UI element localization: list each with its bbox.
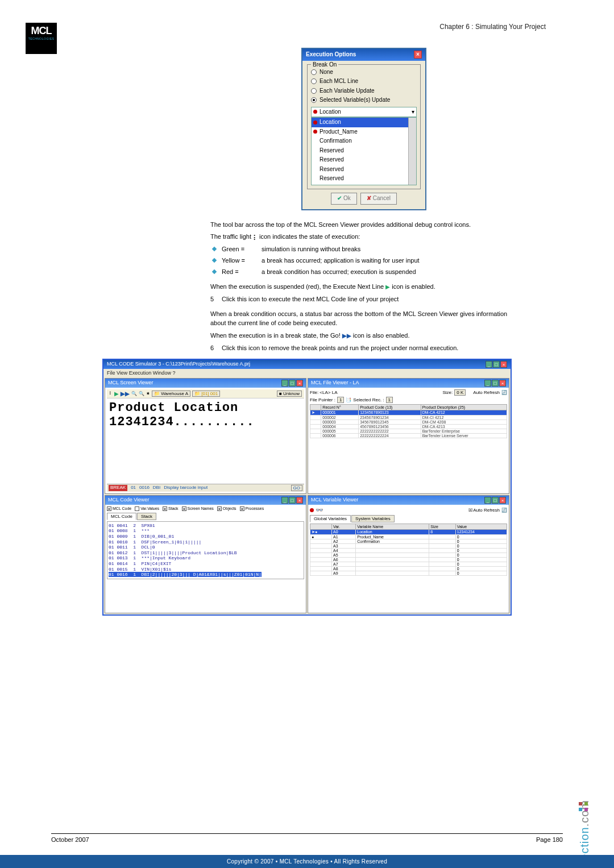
table-row: ➤0000011234567890123DM-CA 4212 — [310, 410, 507, 415]
step-5: 5 Click this icon to execute the next MC… — [210, 295, 517, 304]
table-row: A90 — [310, 571, 507, 575]
step-6: 6 Click this icon to remove the break po… — [210, 344, 517, 353]
dropdown-opt[interactable]: Reserved — [312, 155, 416, 165]
light-green-row: Green = simulation is running without br… — [210, 245, 517, 254]
tab-system-vars[interactable]: System Variables — [351, 515, 395, 522]
chevron-down-icon: ▾ — [412, 108, 414, 117]
variable-dropdown-list[interactable]: Location Product_Name Confirmation Reser… — [311, 117, 417, 185]
dropdown-opt-location[interactable]: Location — [312, 118, 416, 127]
bullet-icon — [212, 258, 217, 263]
gear-icon[interactable]: ✷ — [146, 391, 150, 396]
break-on-group: Break On None Each MCL Line Each Variabl… — [307, 64, 421, 190]
close-icon[interactable]: × — [296, 380, 303, 387]
file-table[interactable]: Record N°Product Code (13)Product Descri… — [310, 404, 507, 438]
min-icon[interactable]: _ — [484, 497, 491, 504]
min-icon[interactable]: _ — [484, 380, 491, 387]
dropdown-opt[interactable]: Reserved — [312, 184, 416, 186]
size-value: 0 K — [454, 389, 466, 396]
dropdown-opt[interactable]: Reserved — [312, 146, 416, 156]
radio-each-var[interactable]: Each Variable Update — [311, 87, 417, 95]
play-icon: ▶ — [385, 284, 390, 290]
dropdown-opt-confirmation[interactable]: Confirmation — [312, 136, 416, 146]
bullet-icon — [212, 247, 217, 251]
dialog-titlebar: Execution Options × — [302, 49, 425, 61]
tab-mcl-code[interactable]: MCL Code — [107, 513, 136, 520]
light-yellow-row: Yellow = a break has occurred; applicati… — [210, 256, 517, 265]
ok-button[interactable]: ✔Ok — [331, 193, 357, 205]
screen-status-bar: BREAK 01 0016 DBI Display barcode input … — [107, 484, 304, 492]
go-button[interactable]: GO — [291, 485, 302, 491]
min-icon[interactable]: _ — [281, 380, 288, 387]
footer-page: Page 180 — [536, 836, 563, 843]
tab-global-vars[interactable]: Global Variables — [310, 515, 351, 522]
auto-refresh-label[interactable]: Auto Refresh — [473, 390, 500, 395]
dialog-title: Execution Options — [306, 51, 356, 59]
paragraph: The tool bar across the top of the MCL S… — [210, 221, 517, 230]
code-listing[interactable]: 01 0041 2 SPX01 01 0008 1 *** 01 0009 1 … — [107, 521, 304, 579]
close-icon[interactable]: × — [500, 361, 507, 368]
table-row: A60 — [310, 557, 507, 562]
code-filters[interactable]: ✕MCL Code Var.Values ✕Stack ✕Screen Name… — [107, 506, 304, 511]
page-footer: October 2007 Page 180 — [51, 833, 563, 843]
dropdown-opt[interactable]: Reserved — [312, 174, 416, 184]
table-row: A70 — [310, 562, 507, 566]
close-icon[interactable]: × — [499, 380, 506, 387]
screen-display: Product Location 12341234.......... — [107, 398, 304, 484]
app-selector[interactable]: 📁 Warehouse A — [152, 391, 190, 397]
bullet-icon — [212, 269, 217, 274]
min-icon[interactable]: _ — [486, 361, 492, 368]
table-row: 0000062222222222224BarTender License Ser… — [310, 433, 507, 438]
table-row: 0000044567890123456DM-CA 4213 — [310, 424, 507, 429]
tab-stack[interactable]: Stack — [137, 513, 156, 520]
close-icon[interactable]: × — [499, 497, 506, 504]
folder-selector[interactable]: 📁 [01] 001 — [192, 391, 220, 397]
traffic-light-list: Green = simulation is running without br… — [210, 245, 517, 277]
status-pill: ■ Unknow — [277, 391, 302, 397]
dropdown-opt-product[interactable]: Product_Name — [312, 127, 416, 137]
simulator-screenshot: MCL CODE Simulator 3 - C:\123Print\Proje… — [102, 359, 512, 616]
table-row: A2Confirmation0 — [310, 539, 507, 543]
radio-each-line[interactable]: Each MCL Line — [311, 77, 417, 86]
red-dot-icon — [313, 110, 317, 114]
max-icon[interactable]: □ — [289, 380, 296, 387]
screen-toolbar: ⠇ ▶ ▶▶ 🔍 🔍 ✷ 📁 Warehouse A 📁 [01] 001 ■ … — [107, 389, 304, 398]
paragraph: When the execution is suspended (red), t… — [210, 283, 517, 292]
min-icon[interactable]: _ — [281, 497, 288, 504]
pointer-icon: 📑 — [346, 397, 351, 402]
radio-none[interactable]: None — [311, 68, 417, 77]
zoom-out-icon[interactable]: 🔍 — [139, 391, 144, 396]
max-icon[interactable]: □ — [289, 497, 296, 504]
size-label: Size: — [442, 390, 453, 395]
variable-table[interactable]: Var.Variable NameSizeValue ➤●A0Location8… — [310, 524, 507, 576]
radio-selected-var[interactable]: Selected Variable(s) Update — [311, 96, 417, 105]
close-icon[interactable]: × — [414, 51, 422, 59]
sim-menu[interactable]: File View Execution Window ? — [103, 369, 511, 377]
close-icon[interactable]: × — [296, 497, 303, 504]
go-icon: ▶▶ — [342, 333, 351, 339]
zoom-in-icon[interactable]: 🔍 — [131, 391, 137, 396]
max-icon[interactable]: □ — [493, 361, 500, 368]
logo-main: MCL — [31, 25, 52, 37]
table-row: A80 — [310, 566, 507, 571]
auto-refresh-check[interactable]: ☒ Auto Refresh — [468, 508, 500, 513]
execution-options-dialog: Execution Options × Break On None Each M… — [301, 48, 426, 210]
play-icon[interactable]: ▶ — [114, 391, 119, 397]
table-row: A30 — [310, 543, 507, 548]
file-viewer-panel: MCL File Viewer - LA_□× File: <LA> LA Si… — [308, 378, 509, 494]
binoculars-icon[interactable]: 👓 — [316, 506, 323, 514]
cancel-button[interactable]: ✘Cancel — [360, 193, 397, 205]
paragraph: The traffic light icon indicates the sta… — [210, 232, 517, 242]
paragraph: When a break condition occurs, a status … — [210, 310, 517, 328]
traffic-light-icon — [253, 234, 258, 242]
paragraph: When the execution is in a break state, … — [210, 331, 517, 340]
max-icon[interactable]: □ — [492, 497, 499, 504]
go-icon[interactable]: ▶▶ — [121, 391, 130, 397]
table-row: 0000033456789012345DM-CM 4208 — [310, 420, 507, 424]
logo-sub: TECHNOLOGIES — [28, 37, 55, 40]
red-dot-icon[interactable] — [310, 508, 314, 512]
traffic-light-icon[interactable]: ⠇ — [109, 391, 113, 396]
dropdown-opt[interactable]: Reserved — [312, 165, 416, 175]
scrollbar[interactable] — [408, 118, 416, 185]
variable-dropdown[interactable]: Location ▾ — [311, 107, 417, 118]
max-icon[interactable]: □ — [492, 380, 499, 387]
